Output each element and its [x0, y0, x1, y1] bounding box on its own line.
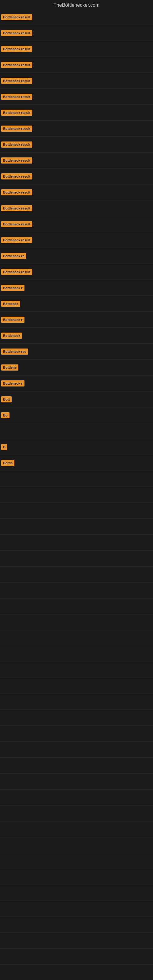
list-item: Bottleneck result	[0, 25, 153, 41]
list-item	[0, 837, 153, 853]
bar-area	[35, 95, 153, 98]
bottleneck-badge: Bottle	[1, 460, 14, 466]
list-item	[0, 917, 153, 933]
bar-area	[5, 541, 153, 544]
bottleneck-badge: Bottleneck result	[1, 189, 32, 196]
bar-area	[29, 255, 153, 257]
list-item	[0, 598, 153, 614]
bar-area	[21, 366, 153, 369]
list-item	[0, 678, 153, 694]
list-item	[0, 726, 153, 742]
list-item: Bottleneck re	[0, 248, 153, 264]
list-item: Bottleneck res	[0, 344, 153, 360]
list-item	[0, 646, 153, 662]
list-item	[0, 773, 153, 789]
bar-area	[5, 621, 153, 624]
bar-area	[35, 191, 153, 194]
bar-area	[5, 796, 153, 799]
bar-area	[5, 860, 153, 862]
bar-area	[5, 940, 153, 942]
bar-area	[24, 334, 153, 337]
bottleneck-badge: Bottleneck result	[1, 221, 32, 227]
list-item	[0, 630, 153, 646]
bar-area	[5, 525, 153, 528]
list-item	[0, 853, 153, 869]
list-item	[0, 503, 153, 519]
bottleneck-badge: B	[1, 444, 7, 450]
bottleneck-badge: Bottleneck result	[1, 110, 32, 116]
bar-area	[5, 956, 153, 958]
bar-area	[35, 271, 153, 273]
bottleneck-badge: Bottleneck result	[1, 205, 32, 211]
bar-area	[5, 924, 153, 926]
bottleneck-badge: Bottleneck re	[1, 253, 26, 259]
list-item	[0, 742, 153, 758]
bar-area	[22, 302, 153, 305]
bar-area	[35, 48, 153, 50]
bottleneck-badge: Bottlene	[1, 364, 18, 371]
bar-area	[5, 748, 153, 751]
list-item	[0, 885, 153, 901]
list-item	[0, 423, 153, 439]
bar-area	[5, 892, 153, 894]
list-item	[0, 535, 153, 550]
list-item: Bottleneck result	[0, 216, 153, 232]
bar-area	[5, 717, 153, 719]
list-item: Bottleneck result	[0, 153, 153, 169]
bottleneck-badge: Bottleneck	[1, 332, 22, 339]
bottleneck-badge: Bo	[1, 412, 10, 418]
site-title: TheBottlenecker.com	[0, 0, 153, 9]
bar-area	[14, 398, 153, 401]
bottleneck-badge: Bottleneck result	[1, 158, 32, 164]
bar-area	[5, 478, 153, 480]
bottleneck-badge: Bottleneck result	[1, 46, 32, 52]
bar-area	[5, 557, 153, 560]
list-item	[0, 694, 153, 710]
bar-area	[5, 685, 153, 687]
bar-area	[35, 239, 153, 241]
bottleneck-badge: Bottleneck r	[1, 285, 24, 291]
list-item	[0, 519, 153, 535]
list-item: Bottleneck result	[0, 105, 153, 121]
bar-area	[35, 16, 153, 18]
bar-area	[27, 286, 153, 289]
list-item: Bottlenec	[0, 296, 153, 312]
bar-area	[5, 494, 153, 496]
bar-area	[5, 844, 153, 846]
bar-area	[17, 462, 153, 464]
list-item: B	[0, 439, 153, 455]
bar-area	[5, 573, 153, 576]
list-item	[0, 662, 153, 678]
bar-area	[5, 828, 153, 830]
bottleneck-badge: Bottleneck result	[1, 94, 32, 100]
list-item	[0, 710, 153, 726]
list-item	[0, 758, 153, 773]
list-item	[0, 471, 153, 487]
bar-area	[35, 127, 153, 130]
list-item	[0, 949, 153, 965]
bar-area	[35, 80, 153, 82]
bottleneck-badge: Bottleneck res	[1, 348, 28, 355]
list-item: Bottleneck result	[0, 169, 153, 185]
list-item	[0, 614, 153, 630]
list-item	[0, 582, 153, 598]
list-item: Bottleneck result	[0, 121, 153, 137]
bar-area	[5, 430, 153, 433]
bar-area	[35, 64, 153, 66]
bar-area	[5, 669, 153, 671]
bottleneck-badge: Bottlenec	[1, 301, 20, 307]
bar-area	[5, 637, 153, 640]
list-item: Bottleneck result	[0, 200, 153, 216]
list-item	[0, 805, 153, 821]
bottleneck-badge: Bottleneck result	[1, 142, 32, 148]
list-item: Bottleneck result	[0, 185, 153, 200]
bar-area	[27, 382, 153, 385]
bar-area	[5, 876, 153, 878]
list-item: Bo	[0, 407, 153, 423]
list-item: Bottleneck	[0, 328, 153, 344]
bar-area	[30, 350, 153, 353]
list-item	[0, 933, 153, 949]
bar-area	[12, 414, 153, 417]
list-item: Bottleneck result	[0, 137, 153, 153]
bar-area	[5, 764, 153, 767]
